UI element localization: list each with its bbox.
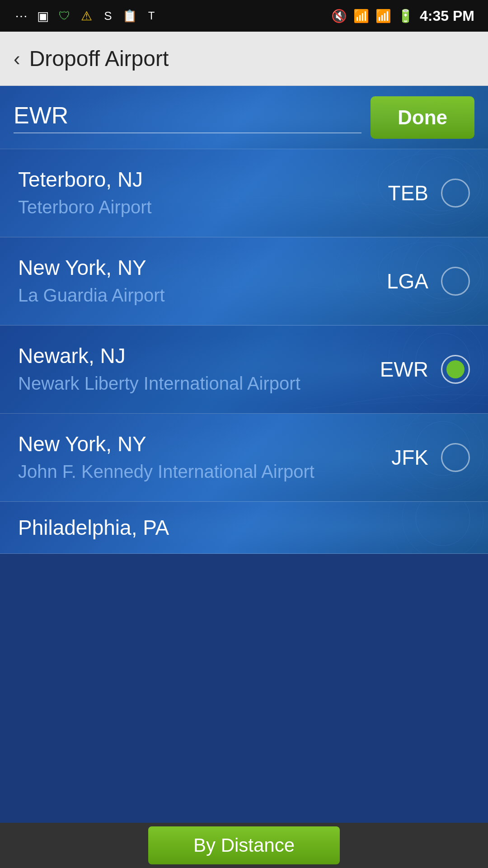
airport-city-teb: Teterboro, NJ <box>18 167 388 192</box>
airport-info-lga: New York, NY La Guardia Airport <box>18 255 387 307</box>
airport-list: Teterboro, NJ Teterboro Airport TEB New … <box>0 149 488 554</box>
airport-selector-jfk[interactable]: JFK <box>391 443 470 472</box>
airport-code-ewr: EWR <box>380 357 428 382</box>
airport-code-jfk: JFK <box>391 445 428 470</box>
airport-city-jfk: New York, NY <box>18 432 391 456</box>
airport-info-ewr: Newark, NJ Newark Liberty International … <box>18 344 380 395</box>
app-header: ‹ Dropoff Airport <box>0 32 488 86</box>
warning-icon: ⚠ <box>79 8 94 24</box>
airport-city-ewr: Newark, NJ <box>18 344 380 368</box>
airport-info-phl: Philadelphia, PA <box>18 515 470 540</box>
back-button[interactable]: ‹ <box>14 47 20 70</box>
battery-icon: 🔋 <box>398 9 413 24</box>
airport-code-lga: LGA <box>387 269 428 293</box>
airport-name-ewr: Newark Liberty International Airport <box>18 372 380 395</box>
tmobile-icon: T <box>144 8 159 24</box>
notifications-icon: ⋯ <box>14 8 29 24</box>
airport-name-jfk: John F. Kennedy International Airport <box>18 460 391 483</box>
clipboard-icon: 📋 <box>122 8 137 24</box>
search-row: EWR Done <box>0 86 488 149</box>
radio-button-jfk[interactable] <box>441 443 470 472</box>
airport-name-lga: La Guardia Airport <box>18 283 387 307</box>
radio-button-ewr[interactable] <box>441 355 470 384</box>
airport-info-teb: Teterboro, NJ Teterboro Airport <box>18 167 388 219</box>
airport-code-input[interactable]: EWR <box>14 102 361 133</box>
bottom-bar: By Distance <box>0 823 488 868</box>
airport-city-lga: New York, NY <box>18 255 387 280</box>
airport-item-jfk[interactable]: New York, NY John F. Kennedy Internation… <box>0 414 488 502</box>
airport-code-teb: TEB <box>388 181 428 205</box>
image-icon: ▣ <box>35 8 51 24</box>
radio-button-lga[interactable] <box>441 267 470 296</box>
airport-selector-lga[interactable]: LGA <box>387 267 470 296</box>
airport-info-jfk: New York, NY John F. Kennedy Internation… <box>18 432 391 483</box>
airport-name-teb: Teterboro Airport <box>18 195 388 219</box>
signal-icon: 📶 <box>375 9 391 24</box>
mute-icon: 🔇 <box>331 9 347 24</box>
time-display: 4:35 PM <box>420 8 474 24</box>
airport-selector-ewr[interactable]: EWR <box>380 355 470 384</box>
shield-icon: 🛡 <box>57 8 72 24</box>
done-button[interactable]: Done <box>371 96 474 139</box>
status-bar-left-icons: ⋯ ▣ 🛡 ⚠ S 📋 T <box>14 8 159 24</box>
skype-icon: S <box>100 8 116 24</box>
airport-city-phl: Philadelphia, PA <box>18 515 470 540</box>
page-title: Dropoff Airport <box>29 46 169 71</box>
airport-item-phl[interactable]: Philadelphia, PA <box>0 502 488 554</box>
airport-item-teb[interactable]: Teterboro, NJ Teterboro Airport TEB <box>0 149 488 237</box>
status-bar: ⋯ ▣ 🛡 ⚠ S 📋 T 🔇 📶 📶 🔋 4:35 PM <box>0 0 488 32</box>
wifi-icon: 📶 <box>353 9 369 24</box>
airport-item-lga[interactable]: New York, NY La Guardia Airport LGA <box>0 237 488 326</box>
radio-button-teb[interactable] <box>441 179 470 208</box>
airport-item-ewr[interactable]: Newark, NJ Newark Liberty International … <box>0 326 488 414</box>
airport-selector-teb[interactable]: TEB <box>388 179 470 208</box>
by-distance-button[interactable]: By Distance <box>148 826 340 864</box>
status-bar-right-icons: 🔇 📶 📶 🔋 4:35 PM <box>331 8 474 24</box>
